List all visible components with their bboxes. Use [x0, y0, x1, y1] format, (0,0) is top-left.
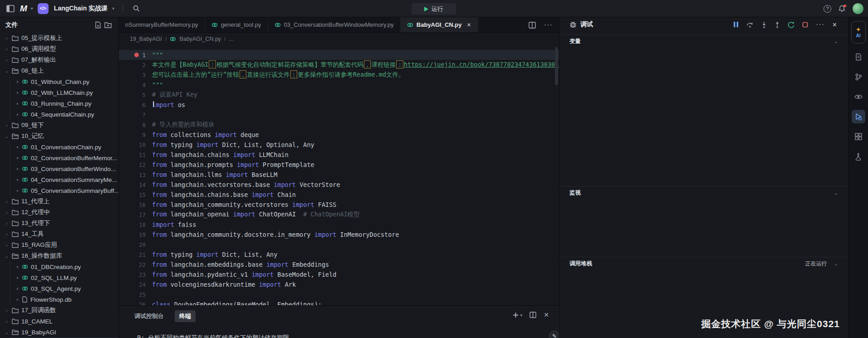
code-line-20[interactable]: 20: [119, 240, 559, 250]
close-panel-icon[interactable]: ✕: [544, 311, 549, 318]
more-icon[interactable]: ···: [816, 20, 824, 29]
code-line-22[interactable]: 22from langchain.embeddings.base import …: [119, 260, 559, 269]
tree-folder-17_回调函数[interactable]: ›17_回调函数: [0, 305, 118, 316]
code-line-1[interactable]: 1""": [119, 50, 559, 60]
code-line-12[interactable]: 12from langchain.prompts import PromptTe…: [119, 160, 559, 170]
tree-folder-16_操作数据库[interactable]: ⌄16_操作数据库: [0, 250, 118, 261]
project-name[interactable]: LangChain 实战课: [54, 5, 108, 13]
flask-icon[interactable]: [852, 150, 865, 163]
code-line-16[interactable]: 16from langchain_community.vectorstores …: [119, 200, 559, 210]
source-control-icon[interactable]: [852, 70, 865, 83]
debug-section-调用堆栈[interactable]: 调用堆栈正在运行⌄: [559, 257, 848, 270]
stop-icon[interactable]: [802, 22, 808, 28]
document-icon[interactable]: [852, 50, 865, 64]
code-line-9[interactable]: 9from collections import deque: [119, 130, 559, 140]
tree-file-03_ConversationBufferWindo...[interactable]: 03_ConversationBufferWindo...: [10, 163, 118, 174]
tree-file-04_ConversationSummaryMe...[interactable]: 04_ConversationSummaryMe...: [10, 174, 118, 185]
avatar[interactable]: [853, 3, 863, 14]
pen-icon[interactable]: ✎: [549, 331, 559, 338]
eye-icon[interactable]: [852, 90, 865, 103]
project-chevron-icon[interactable]: ▾: [112, 6, 114, 11]
breadcrumb[interactable]: 19_BabyAGI/BabyAGI_CN.py/...: [119, 33, 559, 45]
code-line-11[interactable]: 11from langchain.chains import LLMChain: [119, 150, 559, 160]
code-line-19[interactable]: 19from langchain_community.docstore.in_m…: [119, 230, 559, 240]
editor-tab-nSummaryBufferMemory.py[interactable]: nSummaryBufferMemory.py: [119, 17, 205, 32]
panel-tab-终端[interactable]: 终端: [175, 310, 196, 322]
code-line-2[interactable]: 2本文件是【BabyAGI：根据气候变化自动制定鲜花存储策略】章节的配套代码，课…: [119, 60, 559, 70]
tree-folder-15_RAG应用[interactable]: ›15_RAG应用: [0, 240, 118, 250]
app-menu-chevron-icon[interactable]: ▾: [31, 6, 33, 11]
tree-folder-10_记忆[interactable]: ⌄10_记忆: [0, 131, 118, 142]
code-line-8[interactable]: 8# 导入所需的库和模块: [119, 120, 559, 130]
code-line-17[interactable]: 17from langchain_openai import ChatOpenA…: [119, 210, 559, 220]
tree-file-02_With_LLMChain.py[interactable]: 02_With_LLMChain.py: [10, 87, 118, 98]
editor-tab-BabyAGI_CN.py[interactable]: BabyAGI_CN.py✕: [401, 17, 478, 32]
code-line-26[interactable]: 26class DoubaoEmbeddings(BaseModel, Embe…: [119, 299, 559, 305]
debug-section-变量[interactable]: 变量⌄: [559, 34, 848, 48]
tree-folder-19_BabyAGI[interactable]: ⌄19_BabyAGI: [0, 327, 118, 338]
app-logo[interactable]: M: [20, 4, 26, 14]
code-line-6[interactable]: 6import os: [119, 100, 559, 110]
tree-folder-12_代理中[interactable]: ›12_代理中: [0, 207, 118, 218]
editor-tab-general_tool.py[interactable]: general_tool.py: [205, 17, 268, 32]
code-line-7[interactable]: 7: [119, 110, 559, 120]
tree-folder-14_工具[interactable]: ›14_工具: [0, 229, 118, 240]
code-line-3[interactable]: 3您可以点击最上方的“运行“按钮，直接运行该文件；更多操作指引请参考Readme…: [119, 70, 559, 80]
code-line-5[interactable]: 5# 设置API Key: [119, 90, 559, 100]
tree-folder-08_链上[interactable]: ⌄08_链上: [0, 65, 118, 76]
tree-file-02_SQL_LLM.py[interactable]: 02_SQL_LLM.py: [10, 272, 118, 283]
code-editor[interactable]: 1"""2本文件是【BabyAGI：根据气候变化自动制定鲜花存储策略】章节的配套…: [119, 45, 559, 305]
code-line-21[interactable]: 21from typing import Dict, List, Any: [119, 250, 559, 260]
toggle-sidebar-icon[interactable]: [5, 4, 15, 14]
editor-scrollbar[interactable]: [555, 47, 558, 85]
notifications-icon[interactable]: [839, 5, 845, 12]
chevron-down-icon[interactable]: ▾: [520, 313, 522, 318]
tree-folder-11_代理上[interactable]: ›11_代理上: [0, 196, 118, 207]
breakpoint-icon[interactable]: [134, 53, 139, 57]
new-file-icon[interactable]: [93, 20, 103, 30]
close-icon[interactable]: ✕: [832, 21, 837, 28]
tree-file-03_SQL_Agent.py[interactable]: 03_SQL_Agent.py: [10, 283, 118, 294]
editor-tab-03_ConversationBufferWindowMemory.py[interactable]: 03_ConversationBufferWindowMemory.py: [268, 17, 401, 32]
code-line-23[interactable]: 23from langchain.pydantic_v1 import Base…: [119, 269, 559, 279]
breadcrumb-part[interactable]: ...: [229, 36, 234, 42]
code-line-14[interactable]: 14from langchain.vectorstores.base impor…: [119, 180, 559, 190]
breadcrumb-part[interactable]: 19_BabyAGI: [130, 36, 162, 42]
search-icon[interactable]: [131, 4, 141, 14]
add-terminal-icon[interactable]: ▾: [513, 312, 522, 318]
panel-tab-调试控制台[interactable]: 调试控制台: [130, 310, 168, 322]
code-line-4[interactable]: 4""": [119, 80, 559, 90]
tree-file-01_DBCreation.py[interactable]: 01_DBCreation.py: [10, 261, 118, 272]
debug-icon[interactable]: [852, 110, 865, 123]
more-actions-icon[interactable]: ···: [544, 21, 553, 29]
split-panel-icon[interactable]: [530, 312, 536, 318]
restart-icon[interactable]: [788, 21, 794, 28]
ai-assistant-icon[interactable]: ✦ AI: [851, 21, 866, 44]
close-tab-icon[interactable]: ✕: [467, 22, 471, 28]
tree-file-05_ConversationSummaryBuff...[interactable]: 05_ConversationSummaryBuff...: [10, 185, 118, 196]
tree-file-03_Running_Chain.py[interactable]: 03_Running_Chain.py: [10, 98, 118, 109]
step-over-icon[interactable]: [746, 21, 754, 28]
tree-folder-09_链下[interactable]: ›09_链下: [0, 120, 118, 131]
tree-folder-05_提示模板上[interactable]: ›05_提示模板上: [0, 33, 118, 44]
tree-folder-18_CAMEL[interactable]: ›18_CAMEL: [0, 316, 118, 327]
tree-file-FlowerShop.db[interactable]: FlowerShop.db: [10, 294, 118, 305]
debug-section-监视[interactable]: 监视⌄: [559, 186, 848, 200]
step-out-icon[interactable]: [775, 21, 780, 28]
help-icon[interactable]: ?: [824, 5, 831, 13]
split-editor-icon[interactable]: [529, 22, 536, 29]
code-line-15[interactable]: 15from langchain.chains.base import Chai…: [119, 190, 559, 200]
tree-file-01_ConversationChain.py[interactable]: 01_ConversationChain.py: [10, 142, 118, 152]
code-line-18[interactable]: 18import faiss: [119, 220, 559, 230]
tree-folder-13_代理下[interactable]: ›13_代理下: [0, 218, 118, 229]
breadcrumb-part[interactable]: BabyAGI_CN.py: [179, 36, 221, 42]
tree-file-01_Without_Chain.py[interactable]: 01_Without_Chain.py: [10, 76, 118, 87]
extensions-icon[interactable]: [852, 130, 865, 143]
tree-folder-06_调用模型[interactable]: ›06_调用模型: [0, 44, 118, 54]
run-button[interactable]: 运行: [412, 3, 456, 15]
tree-file-04_SequentialChain.py[interactable]: 04_SequentialChain.py: [10, 109, 118, 120]
step-into-icon[interactable]: [761, 21, 767, 28]
tree-folder-07_解析输出[interactable]: ›07_解析输出: [0, 54, 118, 65]
code-line-24[interactable]: 24from volcenginesdkarkruntime import Ar…: [119, 279, 559, 289]
code-line-10[interactable]: 10from typing import Dict, List, Optiona…: [119, 140, 559, 150]
